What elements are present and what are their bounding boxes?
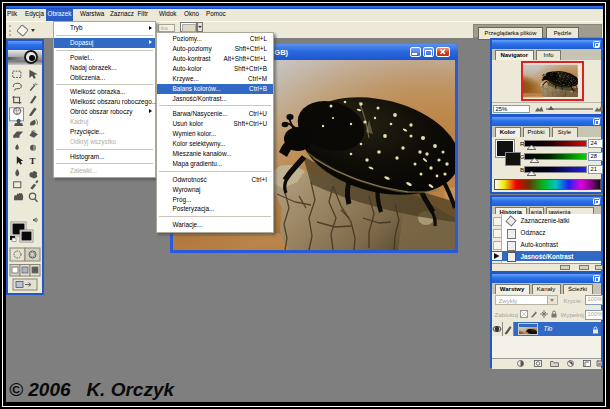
svg-text:T: T	[29, 156, 35, 166]
